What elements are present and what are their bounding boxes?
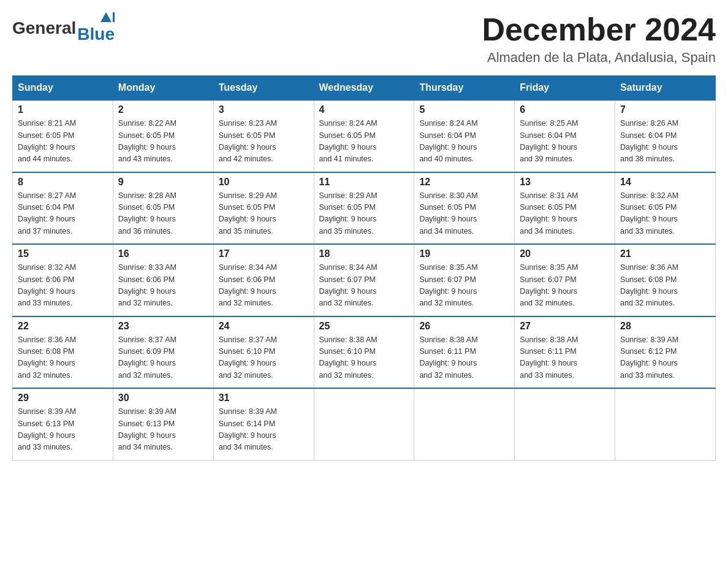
week-row-3: 15Sunrise: 8:32 AMSunset: 6:06 PMDayligh… bbox=[13, 244, 716, 316]
calendar-cell: 6Sunrise: 8:25 AMSunset: 6:04 PMDaylight… bbox=[515, 100, 615, 172]
calendar-cell: 3Sunrise: 8:23 AMSunset: 6:05 PMDaylight… bbox=[213, 100, 314, 172]
day-number: 11 bbox=[319, 177, 409, 188]
calendar-cell: 22Sunrise: 8:36 AMSunset: 6:08 PMDayligh… bbox=[13, 316, 113, 389]
day-number: 23 bbox=[118, 321, 208, 332]
calendar-cell bbox=[314, 388, 414, 460]
day-number: 4 bbox=[319, 104, 409, 115]
calendar-cell: 8Sunrise: 8:27 AMSunset: 6:04 PMDaylight… bbox=[13, 172, 113, 245]
calendar-cell bbox=[414, 388, 515, 460]
day-info: Sunrise: 8:34 AMSunset: 6:07 PMDaylight:… bbox=[319, 262, 409, 310]
calendar-cell: 29Sunrise: 8:39 AMSunset: 6:13 PMDayligh… bbox=[13, 388, 113, 460]
day-info: Sunrise: 8:33 AMSunset: 6:06 PMDaylight:… bbox=[118, 262, 208, 310]
calendar-table: SundayMondayTuesdayWednesdayThursdayFrid… bbox=[12, 75, 716, 461]
day-info: Sunrise: 8:25 AMSunset: 6:04 PMDaylight:… bbox=[520, 118, 610, 166]
day-number: 5 bbox=[419, 104, 509, 115]
calendar-cell: 27Sunrise: 8:38 AMSunset: 6:11 PMDayligh… bbox=[515, 316, 615, 389]
calendar-body: 1Sunrise: 8:21 AMSunset: 6:05 PMDaylight… bbox=[13, 100, 716, 460]
header-monday: Monday bbox=[113, 76, 213, 101]
day-info: Sunrise: 8:32 AMSunset: 6:06 PMDaylight:… bbox=[18, 262, 108, 310]
day-info: Sunrise: 8:38 AMSunset: 6:11 PMDaylight:… bbox=[419, 334, 509, 382]
day-number: 9 bbox=[118, 177, 208, 188]
day-info: Sunrise: 8:32 AMSunset: 6:05 PMDaylight:… bbox=[620, 190, 710, 238]
calendar-cell: 18Sunrise: 8:34 AMSunset: 6:07 PMDayligh… bbox=[314, 244, 414, 316]
day-number: 20 bbox=[520, 248, 610, 259]
day-info: Sunrise: 8:27 AMSunset: 6:04 PMDaylight:… bbox=[18, 190, 108, 238]
calendar-cell: 10Sunrise: 8:29 AMSunset: 6:05 PMDayligh… bbox=[213, 172, 314, 245]
day-info: Sunrise: 8:39 AMSunset: 6:13 PMDaylight:… bbox=[118, 406, 208, 454]
day-info: Sunrise: 8:38 AMSunset: 6:10 PMDaylight:… bbox=[319, 334, 409, 382]
day-info: Sunrise: 8:24 AMSunset: 6:04 PMDaylight:… bbox=[419, 118, 509, 166]
day-number: 7 bbox=[620, 104, 710, 115]
calendar-cell: 5Sunrise: 8:24 AMSunset: 6:04 PMDaylight… bbox=[414, 100, 515, 172]
calendar-cell bbox=[515, 388, 615, 460]
day-info: Sunrise: 8:31 AMSunset: 6:05 PMDaylight:… bbox=[520, 190, 610, 238]
day-info: Sunrise: 8:37 AMSunset: 6:10 PMDaylight:… bbox=[219, 334, 309, 382]
calendar-cell: 7Sunrise: 8:26 AMSunset: 6:04 PMDaylight… bbox=[615, 100, 716, 172]
day-number: 24 bbox=[219, 321, 309, 332]
day-info: Sunrise: 8:35 AMSunset: 6:07 PMDaylight:… bbox=[419, 262, 509, 310]
header-sunday: Sunday bbox=[13, 76, 113, 101]
logo-general-text: General bbox=[12, 18, 76, 38]
day-number: 27 bbox=[520, 321, 610, 332]
week-row-4: 22Sunrise: 8:36 AMSunset: 6:08 PMDayligh… bbox=[13, 316, 716, 389]
day-info: Sunrise: 8:37 AMSunset: 6:09 PMDaylight:… bbox=[118, 334, 208, 382]
logo-blue-text: Blue bbox=[77, 25, 115, 44]
day-number: 28 bbox=[620, 321, 710, 332]
day-number: 29 bbox=[18, 393, 108, 404]
day-info: Sunrise: 8:29 AMSunset: 6:05 PMDaylight:… bbox=[219, 190, 309, 238]
day-number: 25 bbox=[319, 321, 409, 332]
header-friday: Friday bbox=[515, 76, 615, 101]
logo-blue-part: Blue bbox=[76, 12, 115, 44]
day-info: Sunrise: 8:22 AMSunset: 6:05 PMDaylight:… bbox=[118, 118, 208, 166]
day-number: 31 bbox=[219, 393, 309, 404]
day-number: 1 bbox=[18, 104, 108, 115]
day-number: 26 bbox=[419, 321, 509, 332]
calendar-cell: 31Sunrise: 8:39 AMSunset: 6:14 PMDayligh… bbox=[213, 388, 314, 460]
day-number: 10 bbox=[219, 177, 309, 188]
day-info: Sunrise: 8:26 AMSunset: 6:04 PMDaylight:… bbox=[620, 118, 710, 166]
calendar-cell: 14Sunrise: 8:32 AMSunset: 6:05 PMDayligh… bbox=[615, 172, 716, 245]
day-number: 13 bbox=[520, 177, 610, 188]
calendar-cell: 26Sunrise: 8:38 AMSunset: 6:11 PMDayligh… bbox=[414, 316, 515, 389]
day-number: 2 bbox=[118, 104, 208, 115]
day-info: Sunrise: 8:34 AMSunset: 6:06 PMDaylight:… bbox=[219, 262, 309, 310]
title-section: December 2024 Almaden de la Plata, Andal… bbox=[482, 12, 716, 66]
day-number: 19 bbox=[419, 248, 509, 259]
calendar-header: SundayMondayTuesdayWednesdayThursdayFrid… bbox=[13, 76, 716, 101]
day-number: 18 bbox=[319, 248, 409, 259]
calendar-cell: 15Sunrise: 8:32 AMSunset: 6:06 PMDayligh… bbox=[13, 244, 113, 316]
logo: General Blue bbox=[12, 12, 115, 44]
day-number: 21 bbox=[620, 248, 710, 259]
day-number: 17 bbox=[219, 248, 309, 259]
day-number: 30 bbox=[118, 393, 208, 404]
day-number: 14 bbox=[620, 177, 710, 188]
calendar-cell: 1Sunrise: 8:21 AMSunset: 6:05 PMDaylight… bbox=[13, 100, 113, 172]
day-number: 8 bbox=[18, 177, 108, 188]
logo-line-icon bbox=[113, 12, 115, 22]
calendar-cell: 20Sunrise: 8:35 AMSunset: 6:07 PMDayligh… bbox=[515, 244, 615, 316]
day-info: Sunrise: 8:39 AMSunset: 6:12 PMDaylight:… bbox=[620, 334, 710, 382]
calendar-cell: 11Sunrise: 8:29 AMSunset: 6:05 PMDayligh… bbox=[314, 172, 414, 245]
day-info: Sunrise: 8:23 AMSunset: 6:05 PMDaylight:… bbox=[219, 118, 309, 166]
header-row: SundayMondayTuesdayWednesdayThursdayFrid… bbox=[13, 76, 716, 101]
day-info: Sunrise: 8:39 AMSunset: 6:13 PMDaylight:… bbox=[18, 406, 108, 454]
calendar-cell: 24Sunrise: 8:37 AMSunset: 6:10 PMDayligh… bbox=[213, 316, 314, 389]
day-info: Sunrise: 8:29 AMSunset: 6:05 PMDaylight:… bbox=[319, 190, 409, 238]
day-info: Sunrise: 8:30 AMSunset: 6:05 PMDaylight:… bbox=[419, 190, 509, 238]
calendar-cell: 28Sunrise: 8:39 AMSunset: 6:12 PMDayligh… bbox=[615, 316, 716, 389]
calendar-cell: 9Sunrise: 8:28 AMSunset: 6:05 PMDaylight… bbox=[113, 172, 213, 245]
calendar-cell: 16Sunrise: 8:33 AMSunset: 6:06 PMDayligh… bbox=[113, 244, 213, 316]
week-row-2: 8Sunrise: 8:27 AMSunset: 6:04 PMDaylight… bbox=[13, 172, 716, 245]
day-number: 15 bbox=[18, 248, 108, 259]
calendar-cell: 30Sunrise: 8:39 AMSunset: 6:13 PMDayligh… bbox=[113, 388, 213, 460]
calendar-cell: 17Sunrise: 8:34 AMSunset: 6:06 PMDayligh… bbox=[213, 244, 314, 316]
logo-triangle-icon bbox=[100, 12, 112, 22]
day-info: Sunrise: 8:24 AMSunset: 6:05 PMDaylight:… bbox=[319, 118, 409, 166]
day-number: 6 bbox=[520, 104, 610, 115]
day-info: Sunrise: 8:36 AMSunset: 6:08 PMDaylight:… bbox=[18, 334, 108, 382]
calendar-cell: 2Sunrise: 8:22 AMSunset: 6:05 PMDaylight… bbox=[113, 100, 213, 172]
week-row-5: 29Sunrise: 8:39 AMSunset: 6:13 PMDayligh… bbox=[13, 388, 716, 460]
day-info: Sunrise: 8:35 AMSunset: 6:07 PMDaylight:… bbox=[520, 262, 610, 310]
calendar-cell: 12Sunrise: 8:30 AMSunset: 6:05 PMDayligh… bbox=[414, 172, 515, 245]
location-subtitle: Almaden de la Plata, Andalusia, Spain bbox=[482, 50, 716, 66]
